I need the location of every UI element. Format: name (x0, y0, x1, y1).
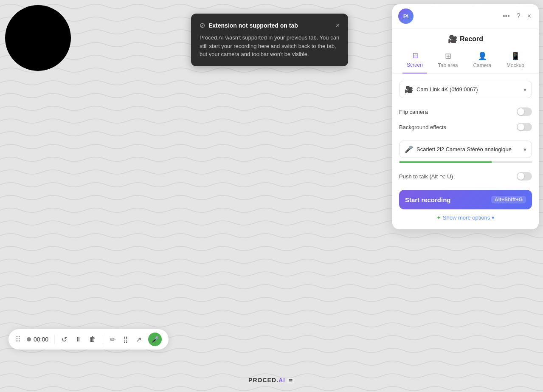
tab-tab-area[interactable]: ⊞ Tab area (434, 49, 462, 73)
delete-button[interactable]: 🗑 (88, 335, 97, 344)
bottom-brand: PROCED.AI☰ (248, 377, 295, 384)
annotate-button[interactable]: ✏ (109, 335, 116, 344)
panel-title: 🎥 Record (392, 28, 539, 45)
start-recording-button[interactable]: Start recording Alt+Shift+G (399, 190, 532, 209)
panel-actions: ••• ? × (501, 11, 533, 21)
tab-screen[interactable]: 🖥 Screen (402, 49, 427, 73)
toolbar-separator-2 (103, 335, 103, 344)
camera-preview (5, 5, 71, 71)
flip-camera-toggle[interactable] (517, 107, 532, 116)
mic-button-icon: 🎤 (152, 336, 159, 343)
tab-mockup[interactable]: 📱 Mockup (502, 49, 529, 73)
push-to-talk-toggle[interactable] (517, 172, 532, 180)
volume-bar (399, 161, 532, 163)
show-more-arrow: ▾ (492, 214, 495, 221)
panel-body: 🎥 Cam Link 4K (0fd9:0067) ▾ Flip camera … (392, 74, 539, 229)
flip-camera-label: Flip camera (399, 109, 428, 115)
mic-dropdown-icon: 🎤 (405, 145, 413, 153)
show-more-sparkle-icon: ✦ (436, 214, 441, 221)
flip-camera-row: Flip camera (399, 104, 532, 119)
background-effects-label: Background effects (399, 124, 446, 130)
mic-dropdown-label: Scarlett 2i2 Camera Stéréo analogique (416, 146, 520, 152)
start-recording-shortcut: Alt+Shift+G (491, 196, 526, 203)
mockup-tab-icon: 📱 (511, 51, 520, 61)
tab-camera[interactable]: 👤 Camera (469, 49, 495, 73)
help-button[interactable]: ? (515, 11, 522, 21)
toast-title: Extension not supported on tab (208, 22, 298, 29)
arrow-button[interactable]: ↗ (135, 335, 142, 344)
toast-notification: ⊘ Extension not supported on tab × Proce… (191, 14, 348, 66)
show-more-options[interactable]: ✦ Show more options ▾ (399, 209, 532, 223)
camera-dropdown-label: Cam Link 4K (0fd9:0067) (416, 86, 520, 93)
more-options-button[interactable]: ••• (501, 11, 512, 21)
mic-dropdown[interactable]: 🎤 Scarlett 2i2 Camera Stéréo analogique … (399, 141, 532, 158)
camera-dropdown-arrow: ▾ (523, 86, 526, 93)
recording-toolbar: ⠿ 00:00 ↺ ⏸ 🗑 ✏ ⣿ ↗ 🎤 (8, 329, 169, 350)
camera-dropdown[interactable]: 🎥 Cam Link 4K (0fd9:0067) ▾ (399, 81, 532, 98)
panel-topbar: P\ ••• ? × (392, 4, 539, 28)
pause-button[interactable]: ⏸ (74, 335, 82, 344)
close-panel-button[interactable]: × (526, 11, 533, 21)
mic-active-button[interactable]: 🎤 (148, 333, 162, 346)
camera-dropdown-icon: 🎥 (405, 85, 413, 93)
record-panel: P\ ••• ? × 🎥 Record 🖥 Screen ⊞ Tab area (392, 4, 539, 229)
brand-text: PROCED.AI☰ (248, 377, 295, 384)
screen-tab-icon: 🖥 (411, 51, 419, 60)
background-effects-toggle[interactable] (517, 123, 532, 131)
grid-button[interactable]: ⣿ (122, 335, 129, 344)
background-effects-row: Background effects (399, 119, 532, 135)
toolbar-separator-1 (54, 335, 55, 344)
recording-timer: 00:00 (27, 336, 48, 343)
camera-tab-icon: 👤 (478, 51, 487, 61)
toast-warning-icon: ⊘ (200, 21, 205, 29)
volume-fill (399, 161, 492, 163)
tab-area-icon: ⊞ (445, 51, 451, 61)
mic-dropdown-arrow: ▾ (523, 146, 526, 153)
redo-button[interactable]: ↺ (61, 335, 68, 344)
app-logo: P\ (398, 8, 414, 24)
timer-dot (27, 337, 31, 341)
push-to-talk-row: Push to talk (Alt ⌥ U) (399, 169, 532, 184)
push-to-talk-label: Push to talk (Alt ⌥ U) (399, 173, 453, 180)
record-title-icon: 🎥 (448, 34, 457, 44)
toast-close-button[interactable]: × (336, 22, 340, 29)
recording-tabs: 🖥 Screen ⊞ Tab area 👤 Camera 📱 Mockup (392, 45, 539, 74)
toast-body: Proced.AI wasn't supported in your previ… (200, 34, 340, 59)
toolbar-drag-handle[interactable]: ⠿ (15, 335, 21, 344)
